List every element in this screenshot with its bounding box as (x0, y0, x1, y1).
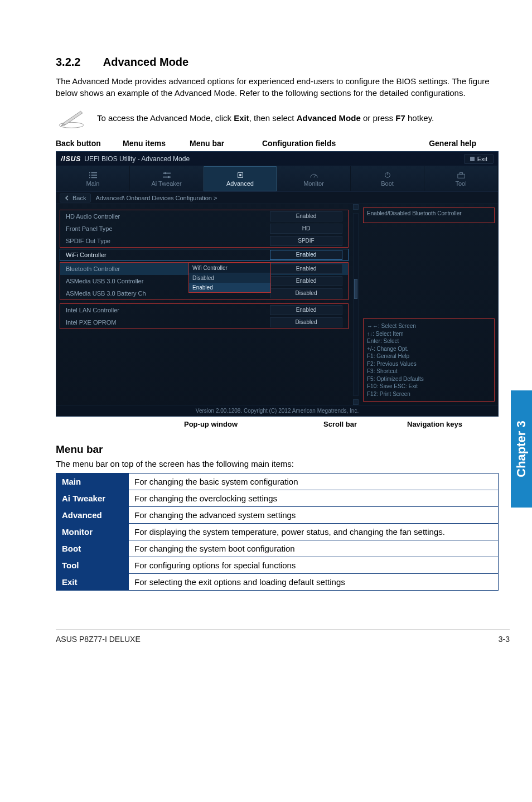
popup-item-selected[interactable]: Enabled (189, 283, 270, 292)
label-popup-window: Pop-up window (184, 420, 238, 428)
breadcrumb-path: Advanced\ Onboard Devices Configuration … (95, 195, 217, 201)
navigation-keys-box: →←: Select Screen ↑↓: Select Item Enter:… (363, 318, 495, 402)
tab-monitor[interactable]: Monitor (277, 166, 351, 191)
svg-rect-3 (89, 172, 90, 173)
footer-product: ASUS P8Z77-I DELUXE (56, 635, 141, 644)
option-value[interactable]: SPDIF (270, 236, 342, 246)
nav-line: +/-: Change Opt. (367, 345, 491, 353)
sliders-icon (162, 171, 172, 179)
tab-tool[interactable]: Tool (424, 166, 498, 191)
svg-rect-14 (239, 174, 241, 176)
table-desc: For changing the system boot configurati… (129, 540, 499, 557)
menubar-table: MainFor changing the basic system config… (56, 473, 499, 591)
table-desc: For displaying the system temperature, p… (129, 524, 499, 540)
section-number: 3.2.2 (56, 56, 100, 69)
table-desc: For changing the overclocking settings (129, 490, 499, 507)
option-row[interactable]: Front Panel TypeHD (60, 223, 348, 235)
nav-line: F10: Save ESC: Exit (367, 383, 491, 390)
toolbox-icon (456, 171, 466, 179)
chapter-side-tab: Chapter 3 (511, 390, 532, 508)
list-icon (88, 171, 98, 179)
gauge-icon (309, 171, 319, 179)
intro-paragraph: The Advanced Mode provides advanced opti… (56, 75, 499, 99)
exit-button[interactable]: Exit (464, 154, 494, 164)
section-title: Advanced Mode (103, 56, 188, 68)
tab-advanced[interactable]: Advanced (204, 166, 277, 191)
svg-rect-5 (89, 175, 90, 176)
svg-rect-4 (91, 172, 97, 173)
table-row: AdvancedFor changing the advanced system… (56, 507, 499, 524)
section-heading: 3.2.2 Advanced Mode (56, 56, 499, 69)
vendor-logo: /ISUS (61, 155, 81, 163)
table-desc: For configuring options for special func… (129, 557, 499, 574)
option-row[interactable]: HD Audio ControllerEnabled (60, 210, 348, 223)
label-scroll-bar: Scroll bar (323, 420, 357, 428)
table-key: Ai Tweaker (56, 490, 129, 507)
chip-icon (235, 171, 245, 179)
scroll-up-button[interactable] (353, 204, 359, 210)
table-key: Main (56, 474, 129, 490)
option-row[interactable]: Intel PXE OPROMDisabled (60, 316, 348, 328)
exit-icon (470, 157, 475, 161)
table-desc: For changing the basic system configurat… (129, 474, 499, 490)
bios-screenshot: /ISUS UEFI BIOS Utility - Advanced Mode … (56, 151, 499, 430)
nav-line: F3: Shortcut (367, 368, 491, 375)
table-key: Exit (56, 574, 129, 591)
bios-options-panel: HD Audio ControllerEnabled Front Panel T… (56, 204, 352, 405)
option-row[interactable]: WiFi ControllerEnabled (60, 249, 349, 261)
back-button[interactable]: Back (60, 194, 91, 202)
table-row: BootFor changing the system boot configu… (56, 540, 499, 557)
svg-rect-9 (163, 172, 171, 173)
scroll-down-button[interactable] (353, 399, 359, 405)
label-general-help: General help (374, 139, 499, 148)
option-value[interactable]: Enabled (270, 305, 342, 315)
note-row: To access the Advanced Mode, click Exit,… (56, 107, 499, 129)
label-menu-bar: Menu bar (190, 139, 262, 148)
popup-title: Wifi Controller (189, 263, 270, 273)
bios-title-bar: /ISUS UEFI BIOS Utility - Advanced Mode … (56, 152, 498, 166)
figure-bottom-labels: Pop-up window Scroll bar Navigation keys (56, 420, 499, 430)
svg-rect-18 (457, 174, 464, 178)
option-row[interactable]: Intel LAN ControllerEnabled (60, 304, 348, 316)
bios-tab-row: Main Ai Tweaker Advanced Monitor Boot (56, 166, 498, 192)
tab-main[interactable]: Main (56, 166, 130, 191)
option-value[interactable]: Enabled (270, 264, 342, 274)
option-row[interactable]: SPDIF Out TypeSPDIF (60, 235, 348, 247)
option-value[interactable]: Disabled (270, 288, 342, 298)
table-row: MonitorFor displaying the system tempera… (56, 524, 499, 540)
nav-line: F5: Optimized Defaults (367, 375, 491, 383)
table-row: Ai TweakerFor changing the overclocking … (56, 490, 499, 507)
page-footer: ASUS P8Z77-I DELUXE 3-3 (56, 630, 510, 660)
table-desc: For changing the advanced system setting… (129, 507, 499, 524)
table-row: ToolFor configuring options for special … (56, 557, 499, 574)
popup-item[interactable]: Disabled (189, 273, 270, 283)
table-key: Advanced (56, 507, 129, 524)
label-back-button: Back button (56, 139, 123, 148)
svg-point-12 (167, 176, 170, 178)
general-help-box: Enabled/Disabled Bluetooth Controller (363, 207, 495, 223)
scroll-track[interactable] (353, 213, 359, 396)
option-value[interactable]: Enabled (270, 250, 342, 260)
option-value[interactable]: Enabled (270, 276, 342, 286)
pencil-icon (56, 107, 87, 129)
bios-utility-title: UEFI BIOS Utility - Advanced Mode (84, 155, 190, 163)
option-value[interactable]: Disabled (270, 317, 342, 327)
menubar-description: The menu bar on top of the screen has th… (56, 459, 499, 468)
nav-line: F12: Print Screen (367, 390, 491, 398)
nav-line: F2: Previous Values (367, 360, 491, 368)
option-value[interactable]: Enabled (270, 211, 342, 221)
nav-line: Enter: Select (367, 337, 491, 345)
breadcrumb: Back Advanced\ Onboard Devices Configura… (56, 192, 498, 204)
popup-window[interactable]: Wifi Controller Disabled Enabled (188, 263, 271, 293)
scroll-thumb[interactable] (354, 279, 357, 299)
note-text: To access the Advanced Mode, click Exit,… (97, 113, 434, 123)
option-value[interactable]: HD (270, 224, 342, 234)
tab-ai-tweaker[interactable]: Ai Tweaker (130, 166, 204, 191)
table-row: MainFor changing the basic system config… (56, 474, 499, 490)
scroll-bar[interactable] (352, 204, 360, 405)
figure-top-labels: Back button Menu items Menu bar Configur… (56, 139, 499, 148)
tab-boot[interactable]: Boot (351, 166, 424, 191)
svg-rect-6 (91, 175, 97, 176)
nav-line: →←: Select Screen (367, 322, 491, 330)
nav-line: ↑↓: Select Item (367, 330, 491, 338)
